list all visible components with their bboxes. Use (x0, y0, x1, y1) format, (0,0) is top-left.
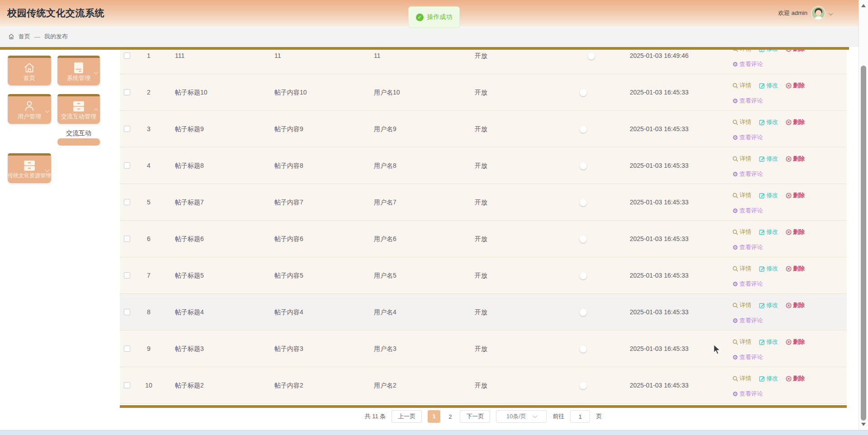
row-checkbox[interactable] (124, 52, 130, 59)
row-checkbox-cell (124, 236, 130, 242)
edit-icon (759, 266, 765, 272)
edit-link[interactable]: 修改 (759, 265, 778, 273)
row-checkbox[interactable] (124, 382, 130, 388)
view-comments-link[interactable]: ⚙ 查看评论 (732, 317, 763, 325)
view-comments-link[interactable]: ⚙ 查看评论 (732, 97, 763, 105)
post-content: 帖子内容10 (274, 74, 307, 111)
sidebar-item-system-management[interactable]: 系统管理 (57, 56, 100, 85)
view-comments-label: 查看评论 (740, 60, 763, 68)
post-content: 11 (274, 50, 281, 74)
detail-link[interactable]: 详情 (732, 81, 751, 90)
row-checkbox[interactable] (124, 236, 130, 242)
edit-link[interactable]: 修改 (759, 374, 778, 383)
edit-link[interactable]: 修改 (759, 228, 778, 236)
edit-link[interactable]: 修改 (759, 118, 778, 126)
row-checkbox[interactable] (124, 272, 130, 279)
delete-icon (786, 193, 792, 199)
check-circle-icon: ✓ (416, 14, 424, 21)
view-comments-link[interactable]: ⚙ 查看评论 (732, 170, 763, 178)
submenu-item-selected[interactable] (57, 138, 100, 146)
row-index: 9 (141, 331, 157, 367)
edit-link[interactable]: 修改 (759, 50, 778, 53)
edit-link[interactable]: 修改 (759, 155, 778, 163)
magnifier-icon (732, 376, 738, 382)
post-username: 用户名2 (374, 367, 396, 404)
sidebar-item-culture-resource-management[interactable]: 传统文化资源管理 (8, 153, 51, 183)
avatar[interactable] (811, 6, 826, 20)
row-checkbox-cell (124, 52, 130, 59)
gear-icon: ⚙ (732, 391, 738, 397)
prev-page-button[interactable]: 上一页 (392, 410, 422, 423)
post-title: 帖子标题8 (175, 147, 204, 184)
row-checkbox[interactable] (124, 89, 130, 95)
detail-link[interactable]: 详情 (732, 374, 751, 383)
post-status: 开放 (475, 331, 487, 367)
avatar-body (815, 16, 822, 20)
gear-icon: ⚙ (732, 98, 738, 104)
goto-page-input[interactable] (570, 410, 590, 423)
edit-link[interactable]: 修改 (759, 301, 778, 309)
detail-link[interactable]: 详情 (732, 338, 751, 346)
detail-link[interactable]: 详情 (732, 50, 751, 53)
detail-link[interactable]: 详情 (732, 191, 751, 199)
delete-link[interactable]: 删除 (786, 301, 805, 309)
post-status: 开放 (475, 367, 487, 404)
delete-link[interactable]: 删除 (786, 374, 805, 383)
user-menu[interactable]: 欢迎 admin (778, 5, 832, 21)
row-checkbox[interactable] (124, 345, 130, 352)
scrollbar-thumb[interactable] (861, 66, 866, 421)
view-comments-link[interactable]: ⚙ 查看评论 (732, 390, 763, 398)
edit-link[interactable]: 修改 (759, 191, 778, 199)
row-checkbox[interactable] (124, 309, 130, 315)
page-size-select[interactable]: 10条/页 (496, 410, 547, 423)
page-number-2[interactable]: 2 (446, 413, 454, 420)
delete-link[interactable]: 删除 (786, 81, 805, 90)
row-actions: 详情 修改 删除 (732, 221, 847, 257)
detail-link[interactable]: 详情 (732, 301, 751, 309)
edit-icon (759, 229, 765, 235)
post-content: 帖子内容5 (274, 257, 303, 294)
delete-label: 删除 (793, 265, 805, 273)
sidebar-item-home[interactable]: 首页 (8, 56, 51, 85)
vertical-scrollbar[interactable] (859, 0, 868, 430)
edit-link[interactable]: 修改 (759, 81, 778, 90)
sidebar-item-interaction-management[interactable]: 交流互动管理 (57, 94, 100, 124)
pagination: 共 11 条 上一页 1 2 下一页 10条/页 前往 页 (120, 410, 847, 423)
detail-link[interactable]: 详情 (732, 155, 751, 163)
table-row: 9 帖子标题3 帖子内容3 用户名3 开放 2025-01-03 16:45:3… (120, 331, 847, 367)
sidebar-item-user-management[interactable]: 用户管理 (8, 94, 51, 124)
delete-link[interactable]: 删除 (786, 191, 805, 199)
submenu-item-interaction[interactable]: 交流互动 (57, 129, 100, 138)
page-number-1[interactable]: 1 (428, 410, 440, 423)
view-comments-link[interactable]: ⚙ 查看评论 (732, 133, 763, 142)
detail-link[interactable]: 详情 (732, 228, 751, 236)
horizontal-scrollbar[interactable] (0, 430, 868, 435)
view-comments-link[interactable]: ⚙ 查看评论 (732, 280, 763, 288)
scroll-up-arrow-icon[interactable] (861, 4, 866, 7)
scroll-down-arrow-icon[interactable] (861, 423, 866, 426)
delete-link[interactable]: 删除 (786, 155, 805, 163)
delete-link[interactable]: 删除 (786, 50, 805, 53)
row-checkbox[interactable] (124, 126, 130, 132)
detail-link[interactable]: 详情 (732, 265, 751, 273)
delete-link[interactable]: 删除 (786, 118, 805, 126)
table-row: 2 帖子标题10 帖子内容10 用户名10 开放 2025-01-03 16:4… (120, 74, 847, 111)
view-comments-label: 查看评论 (740, 353, 763, 361)
next-page-button[interactable]: 下一页 (460, 410, 490, 423)
view-comments-link[interactable]: ⚙ 查看评论 (732, 207, 763, 215)
delete-link[interactable]: 删除 (786, 338, 805, 346)
row-checkbox[interactable] (124, 162, 130, 169)
view-comments-link[interactable]: ⚙ 查看评论 (732, 353, 763, 361)
detail-link[interactable]: 详情 (732, 118, 751, 126)
edit-link[interactable]: 修改 (759, 338, 778, 346)
gear-icon: ⚙ (732, 208, 738, 214)
view-comments-link[interactable]: ⚙ 查看评论 (732, 60, 763, 68)
chevron-down-icon[interactable] (829, 11, 833, 15)
delete-link[interactable]: 删除 (786, 228, 805, 236)
row-checkbox[interactable] (124, 199, 130, 205)
row-checkbox-cell (124, 272, 130, 279)
delete-link[interactable]: 删除 (786, 265, 805, 273)
breadcrumb-home[interactable]: 首页 (19, 33, 30, 41)
detail-label: 详情 (740, 338, 751, 346)
view-comments-link[interactable]: ⚙ 查看评论 (732, 243, 763, 251)
